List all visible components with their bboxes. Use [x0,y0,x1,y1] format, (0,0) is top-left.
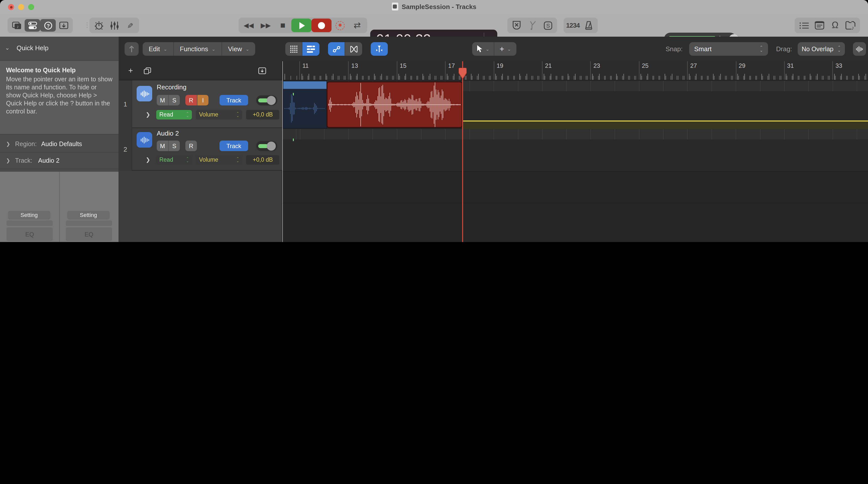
track-toggle[interactable] [256,141,277,151]
toolbar-toggle-button[interactable] [56,19,71,32]
grid-view-button[interactable] [285,42,302,56]
track-inspector-row[interactable]: ❯ Track: Audio 2 [0,153,119,169]
header-config-button[interactable] [256,65,268,76]
gain-slot[interactable] [6,220,53,226]
record-enable-button[interactable]: R [185,140,197,151]
count-in-button[interactable]: 1234 [565,19,581,32]
automation-button[interactable] [328,42,345,56]
setting-button[interactable]: Setting [67,211,110,219]
recording-region[interactable] [327,81,463,128]
tracks-toolbar: Edit⌄ Functions⌄ View⌄ ⌄ [119,37,868,61]
snap-dropdown[interactable]: Smart ⌃⌄ [689,42,768,56]
pointer-tool-menu[interactable]: ⌄ [472,42,494,56]
record-icon [318,22,325,29]
track-add-row: + [119,61,282,80]
region-inspector-row[interactable]: ❯ Region: Audio Defaults [0,136,119,153]
playhead-marker[interactable] [459,68,467,79]
automation-value[interactable]: +0,0 dB [246,155,279,164]
replace-button[interactable] [509,19,524,32]
mute-solo-group: M S [157,140,180,151]
snap-label: Snap: [665,45,683,53]
region-header [283,81,327,89]
hierarchy-back-button[interactable] [125,42,138,56]
disclosure-chevron-icon[interactable]: ❯ [146,156,150,163]
grid-list-toggle [285,42,319,56]
pencil-tool-icon[interactable]: ✎ [122,19,137,32]
automation-mode-dropdown[interactable]: Read ⌃⌄ [156,155,192,164]
disclosure-chevron-icon[interactable]: ❯ [6,158,10,163]
mode-group: S [507,18,557,33]
updown-chevrons-icon: ⌃⌄ [838,46,841,52]
library-button[interactable]: ♪ [9,19,25,32]
media-browser-button[interactable]: ♪ [843,19,859,32]
quick-help-button[interactable]: ? [40,19,56,32]
title-bar[interactable]: SampleSession - Tracks [0,0,868,14]
automation-param-dropdown[interactable]: Volume ⌃⌄ [196,155,242,164]
track-on-button[interactable]: Track [219,95,248,105]
record-enable-button[interactable]: R [185,95,197,105]
solo-button[interactable]: S [168,95,180,105]
duplicate-track-button[interactable] [141,65,153,76]
solo-mode-button[interactable]: S [540,19,556,32]
automation-mode-dropdown[interactable]: Read ⌃⌄ [156,110,192,119]
track-number[interactable]: 1 [119,80,132,128]
setting-button[interactable]: Setting [8,211,50,219]
list-editors-button[interactable] [796,19,812,32]
track-toggle[interactable] [256,95,277,105]
stop-button[interactable]: ■ [274,19,291,32]
cycle-button[interactable]: ⇄ [349,19,366,32]
collapse-chevron-icon[interactable]: ⌄ [5,45,9,51]
flex-button[interactable] [345,42,362,56]
add-track-button[interactable]: + [125,65,136,76]
inspector-button[interactable] [25,19,40,32]
browser-group: Ω ♪ [795,18,860,33]
lane-audio2[interactable] [283,129,868,172]
eq-slot[interactable]: EQ [66,227,112,241]
record-button[interactable] [311,19,332,32]
view-menu[interactable]: View⌄ [222,42,255,56]
track-header-recording[interactable]: Recording M S R I Track ❯ Read ⌃⌄ [132,80,282,128]
eq-slot[interactable]: EQ [6,227,53,241]
quick-help-header[interactable]: ⌄ Quick Help [0,37,119,60]
mute-button[interactable]: M [157,140,168,151]
gain-slot[interactable] [66,220,112,226]
automation-param-dropdown[interactable]: Volume ⌃⌄ [196,110,242,119]
secondary-tool-menu[interactable]: + ⌄ [494,42,516,56]
track-on-button[interactable]: Track [219,140,248,151]
region-label: Region: [15,140,37,148]
tuner-button[interactable] [91,19,106,32]
catch-playhead-button[interactable] [371,42,388,56]
disclosure-chevron-icon[interactable]: ❯ [6,141,10,147]
input-monitor-button[interactable]: I [197,95,209,105]
play-button[interactable] [291,19,311,32]
disclosure-chevron-icon[interactable]: ❯ [146,111,150,118]
audio-track-icon [136,86,152,101]
list-view-button[interactable] [302,42,319,56]
track-name[interactable]: Audio 2 [157,130,179,137]
track-lanes-area[interactable]: 111315171921232527293133 [283,61,868,242]
lane-recording[interactable] [283,81,868,129]
bar-ruler[interactable]: 111315171921232527293133 [283,61,868,80]
metronome-button[interactable] [581,19,596,32]
automation-value[interactable]: +0,0 dB [246,110,279,119]
playhead-line[interactable] [462,61,463,242]
audio-region-blue[interactable] [283,81,327,129]
edit-menu[interactable]: Edit⌄ [143,42,174,56]
forward-button[interactable]: ▶▶ [257,19,274,32]
drag-dropdown[interactable]: No Overlap ⌃⌄ [798,42,845,56]
waveform-zoom-button[interactable] [853,42,866,56]
mute-button[interactable]: M [157,95,168,105]
functions-menu[interactable]: Functions⌄ [174,42,222,56]
track-header-audio2[interactable]: Audio 2 M S R Track ❯ Read ⌃⌄ [132,128,282,171]
track-name[interactable]: Recording [157,83,187,91]
loop-browser-button[interactable]: Ω [827,19,843,32]
track-number[interactable]: 2 [119,128,132,171]
automation-flex-toggle [328,42,362,56]
chevron-down-icon: ⌄ [163,46,167,52]
solo-button[interactable]: S [168,140,180,151]
mixer-button[interactable] [106,19,122,32]
capture-recording-button[interactable] [332,19,349,32]
note-pads-button[interactable] [812,19,827,32]
tuner-fork-button[interactable] [524,19,540,32]
rewind-button[interactable]: ◀◀ [240,19,257,32]
